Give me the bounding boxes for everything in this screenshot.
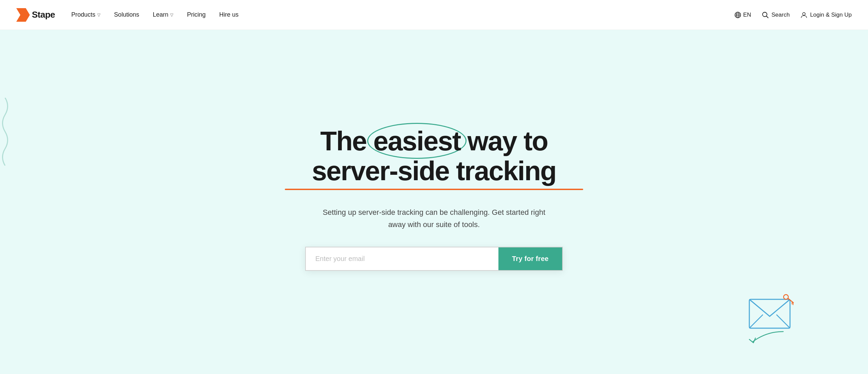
email-form: Try for free (305, 247, 563, 271)
try-for-free-button[interactable]: Try for free (498, 247, 562, 270)
nav-learn[interactable]: Learn ▽ (153, 11, 173, 18)
tracking-text: server-side tracking (312, 156, 556, 186)
easiest-highlight: easiest (373, 126, 460, 156)
nav-right: EN Search Login & Sign Up (734, 12, 852, 18)
svg-rect-8 (749, 299, 790, 328)
navbar: Stape Products ▽ Solutions Learn ▽ Prici… (0, 0, 868, 30)
svg-line-9 (749, 315, 763, 328)
language-selector[interactable]: EN (734, 12, 751, 18)
search-button[interactable]: Search (762, 12, 790, 18)
svg-marker-0 (16, 8, 30, 22)
nav-products[interactable]: Products ▽ (71, 11, 100, 18)
logo-icon (16, 8, 30, 22)
globe-icon (734, 12, 741, 18)
svg-point-7 (803, 13, 805, 15)
svg-line-10 (776, 315, 790, 328)
svg-point-1 (735, 12, 741, 18)
left-decoration (0, 98, 10, 166)
learn-chevron-icon: ▽ (170, 13, 173, 17)
envelope-decoration (746, 289, 800, 333)
hero-section: The easiest way to server-side tracking … (0, 30, 868, 374)
logo[interactable]: Stape (16, 8, 55, 22)
arrow-decoration (746, 330, 787, 347)
svg-point-11 (784, 295, 788, 299)
svg-point-2 (736, 12, 739, 18)
email-input[interactable] (306, 247, 498, 270)
nav-solutions[interactable]: Solutions (114, 11, 139, 18)
svg-line-6 (767, 16, 768, 18)
hero-title: The easiest way to server-side tracking (312, 126, 556, 186)
user-icon (801, 12, 807, 18)
nav-links: Products ▽ Solutions Learn ▽ Pricing Hir… (71, 11, 734, 18)
hero-subtitle: Setting up server-side tracking can be c… (315, 206, 553, 230)
nav-hire-us[interactable]: Hire us (219, 11, 239, 18)
brand-name: Stape (32, 10, 55, 20)
products-chevron-icon: ▽ (97, 13, 100, 17)
nav-pricing[interactable]: Pricing (187, 11, 205, 18)
search-icon (762, 12, 769, 18)
login-signup-button[interactable]: Login & Sign Up (801, 12, 852, 18)
